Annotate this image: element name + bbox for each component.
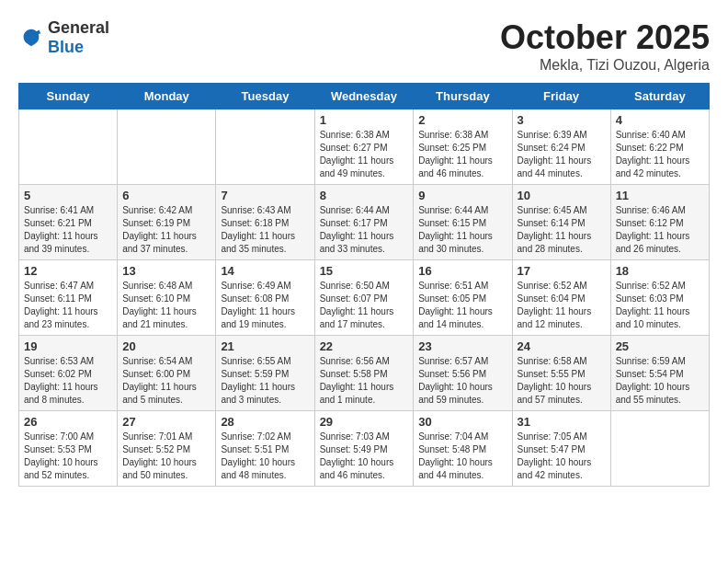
- day-number: 10: [518, 189, 606, 202]
- calendar-cell: 8Sunrise: 6:44 AM Sunset: 6:17 PM Daylig…: [314, 185, 414, 260]
- logo-general: General: [48, 18, 109, 37]
- calendar-table: SundayMondayTuesdayWednesdayThursdayFrid…: [18, 83, 710, 487]
- day-detail: Sunrise: 6:57 AM Sunset: 5:56 PM Dayligh…: [418, 355, 506, 407]
- day-detail: Sunrise: 6:46 AM Sunset: 6:12 PM Dayligh…: [616, 204, 704, 256]
- day-detail: Sunrise: 6:56 AM Sunset: 5:58 PM Dayligh…: [320, 355, 409, 407]
- calendar-cell: 23Sunrise: 6:57 AM Sunset: 5:56 PM Dayli…: [414, 336, 512, 411]
- calendar-cell: 11Sunrise: 6:46 AM Sunset: 6:12 PM Dayli…: [610, 185, 709, 260]
- day-detail: Sunrise: 6:45 AM Sunset: 6:14 PM Dayligh…: [518, 204, 606, 256]
- day-detail: Sunrise: 6:44 AM Sunset: 6:17 PM Dayligh…: [320, 204, 409, 256]
- day-number: 23: [418, 339, 506, 353]
- day-number: 14: [221, 264, 309, 278]
- calendar-week-row: 12Sunrise: 6:47 AM Sunset: 6:11 PM Dayli…: [19, 260, 710, 336]
- calendar-cell: 17Sunrise: 6:52 AM Sunset: 6:04 PM Dayli…: [512, 260, 610, 336]
- calendar-cell: 10Sunrise: 6:45 AM Sunset: 6:14 PM Dayli…: [512, 185, 610, 260]
- calendar-cell: 24Sunrise: 6:58 AM Sunset: 5:55 PM Dayli…: [512, 336, 610, 411]
- calendar-cell: 1Sunrise: 6:38 AM Sunset: 6:27 PM Daylig…: [314, 109, 414, 185]
- day-number: 28: [221, 415, 309, 429]
- calendar-cell: 6Sunrise: 6:42 AM Sunset: 6:19 PM Daylig…: [118, 185, 216, 260]
- day-number: 21: [221, 339, 309, 353]
- day-number: 11: [616, 189, 704, 202]
- day-detail: Sunrise: 6:54 AM Sunset: 6:00 PM Dayligh…: [122, 355, 210, 407]
- day-detail: Sunrise: 6:55 AM Sunset: 5:59 PM Dayligh…: [221, 355, 309, 407]
- page-header: General Blue October 2025 Mekla, Tizi Ou…: [18, 18, 710, 74]
- day-detail: Sunrise: 7:00 AM Sunset: 5:53 PM Dayligh…: [24, 431, 112, 482]
- day-detail: Sunrise: 7:05 AM Sunset: 5:47 PM Dayligh…: [518, 431, 606, 482]
- weekday-header: Wednesday: [314, 84, 414, 109]
- calendar-cell: 27Sunrise: 7:01 AM Sunset: 5:52 PM Dayli…: [118, 411, 216, 487]
- day-number: 15: [320, 264, 409, 278]
- day-number: 24: [518, 339, 606, 353]
- day-number: 8: [320, 189, 409, 202]
- day-number: 4: [616, 113, 704, 127]
- calendar-week-row: 26Sunrise: 7:00 AM Sunset: 5:53 PM Dayli…: [19, 411, 710, 487]
- calendar-cell: [19, 109, 118, 185]
- calendar-cell: 22Sunrise: 6:56 AM Sunset: 5:58 PM Dayli…: [314, 336, 414, 411]
- calendar-cell: 12Sunrise: 6:47 AM Sunset: 6:11 PM Dayli…: [19, 260, 118, 336]
- day-number: 31: [518, 415, 606, 429]
- day-detail: Sunrise: 6:47 AM Sunset: 6:11 PM Dayligh…: [24, 280, 112, 331]
- calendar-cell: [216, 109, 314, 185]
- day-detail: Sunrise: 6:52 AM Sunset: 6:04 PM Dayligh…: [518, 280, 606, 331]
- day-number: 20: [122, 339, 210, 353]
- weekday-header: Sunday: [19, 84, 118, 109]
- day-number: 5: [24, 189, 112, 202]
- day-detail: Sunrise: 6:50 AM Sunset: 6:07 PM Dayligh…: [320, 280, 409, 331]
- day-detail: Sunrise: 6:53 AM Sunset: 6:02 PM Dayligh…: [24, 355, 112, 407]
- weekday-header: Saturday: [610, 84, 709, 109]
- calendar-cell: 3Sunrise: 6:39 AM Sunset: 6:24 PM Daylig…: [512, 109, 610, 185]
- calendar-cell: 14Sunrise: 6:49 AM Sunset: 6:08 PM Dayli…: [216, 260, 314, 336]
- day-number: 27: [122, 415, 210, 429]
- day-detail: Sunrise: 6:59 AM Sunset: 5:54 PM Dayligh…: [616, 355, 704, 407]
- calendar-cell: 20Sunrise: 6:54 AM Sunset: 6:00 PM Dayli…: [118, 336, 216, 411]
- calendar-cell: 4Sunrise: 6:40 AM Sunset: 6:22 PM Daylig…: [610, 109, 709, 185]
- day-number: 26: [24, 415, 112, 429]
- calendar-cell: 30Sunrise: 7:04 AM Sunset: 5:48 PM Dayli…: [414, 411, 512, 487]
- calendar-cell: 21Sunrise: 6:55 AM Sunset: 5:59 PM Dayli…: [216, 336, 314, 411]
- day-detail: Sunrise: 6:40 AM Sunset: 6:22 PM Dayligh…: [616, 129, 704, 180]
- day-number: 9: [418, 189, 506, 202]
- calendar-week-row: 1Sunrise: 6:38 AM Sunset: 6:27 PM Daylig…: [19, 109, 710, 185]
- day-number: 12: [24, 264, 112, 278]
- calendar-week-row: 19Sunrise: 6:53 AM Sunset: 6:02 PM Dayli…: [19, 336, 710, 411]
- day-number: 19: [24, 339, 112, 353]
- calendar-cell: 29Sunrise: 7:03 AM Sunset: 5:49 PM Dayli…: [314, 411, 414, 487]
- calendar-cell: 9Sunrise: 6:44 AM Sunset: 6:15 PM Daylig…: [414, 185, 512, 260]
- calendar-cell: 19Sunrise: 6:53 AM Sunset: 6:02 PM Dayli…: [19, 336, 118, 411]
- calendar-cell: 16Sunrise: 6:51 AM Sunset: 6:05 PM Dayli…: [414, 260, 512, 336]
- day-number: 1: [320, 113, 409, 127]
- title-block: October 2025 Mekla, Tizi Ouzou, Algeria: [500, 18, 710, 74]
- day-number: 7: [221, 189, 309, 202]
- day-detail: Sunrise: 7:01 AM Sunset: 5:52 PM Dayligh…: [122, 431, 210, 482]
- day-detail: Sunrise: 6:38 AM Sunset: 6:27 PM Dayligh…: [320, 129, 409, 180]
- day-detail: Sunrise: 7:02 AM Sunset: 5:51 PM Dayligh…: [221, 431, 309, 482]
- day-detail: Sunrise: 6:52 AM Sunset: 6:03 PM Dayligh…: [616, 280, 704, 331]
- day-number: 13: [122, 264, 210, 278]
- weekday-header: Friday: [512, 84, 610, 109]
- day-number: 25: [616, 339, 704, 353]
- calendar-cell: 5Sunrise: 6:41 AM Sunset: 6:21 PM Daylig…: [19, 185, 118, 260]
- day-number: 3: [518, 113, 606, 127]
- weekday-header-row: SundayMondayTuesdayWednesdayThursdayFrid…: [19, 84, 710, 109]
- day-detail: Sunrise: 6:43 AM Sunset: 6:18 PM Dayligh…: [221, 204, 309, 256]
- day-number: 22: [320, 339, 409, 353]
- day-number: 2: [418, 113, 506, 127]
- day-detail: Sunrise: 6:38 AM Sunset: 6:25 PM Dayligh…: [418, 129, 506, 180]
- calendar-cell: 18Sunrise: 6:52 AM Sunset: 6:03 PM Dayli…: [610, 260, 709, 336]
- day-detail: Sunrise: 7:04 AM Sunset: 5:48 PM Dayligh…: [418, 431, 506, 482]
- month-title: October 2025: [500, 18, 710, 57]
- day-number: 6: [122, 189, 210, 202]
- logo-blue: Blue: [48, 38, 84, 56]
- day-number: 16: [418, 264, 506, 278]
- calendar-cell: [610, 411, 709, 487]
- logo-icon: [18, 25, 44, 51]
- calendar-cell: 13Sunrise: 6:48 AM Sunset: 6:10 PM Dayli…: [118, 260, 216, 336]
- calendar-cell: 26Sunrise: 7:00 AM Sunset: 5:53 PM Dayli…: [19, 411, 118, 487]
- day-detail: Sunrise: 6:58 AM Sunset: 5:55 PM Dayligh…: [518, 355, 606, 407]
- weekday-header: Thursday: [414, 84, 512, 109]
- day-detail: Sunrise: 7:03 AM Sunset: 5:49 PM Dayligh…: [320, 431, 409, 482]
- calendar-cell: 15Sunrise: 6:50 AM Sunset: 6:07 PM Dayli…: [314, 260, 414, 336]
- day-detail: Sunrise: 6:39 AM Sunset: 6:24 PM Dayligh…: [518, 129, 606, 180]
- location-title: Mekla, Tizi Ouzou, Algeria: [500, 57, 710, 74]
- weekday-header: Monday: [118, 84, 216, 109]
